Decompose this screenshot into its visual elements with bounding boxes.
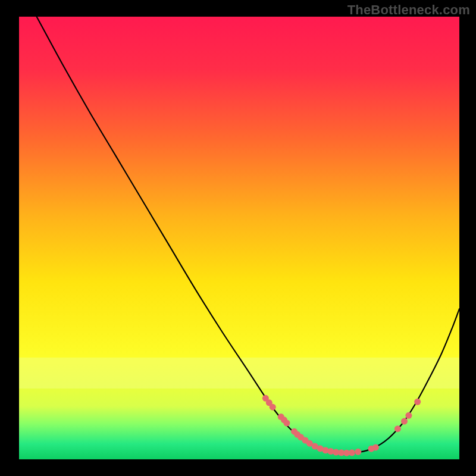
highlight-point xyxy=(270,404,276,411)
watermark-text: TheBottleneck.com xyxy=(347,2,470,18)
highlight-point xyxy=(401,418,408,425)
highlight-point xyxy=(283,419,290,426)
highlight-point xyxy=(372,444,379,450)
app-frame: TheBottleneck.com xyxy=(0,0,476,476)
gradient-background xyxy=(19,17,459,459)
plot-area xyxy=(19,17,459,459)
highlight-point xyxy=(414,399,421,405)
highlight-point xyxy=(405,412,412,419)
highlight-point xyxy=(355,449,361,455)
yellow-band xyxy=(19,358,459,389)
highlight-point xyxy=(349,449,355,456)
highlight-point xyxy=(394,425,401,432)
chart-svg xyxy=(19,17,459,459)
